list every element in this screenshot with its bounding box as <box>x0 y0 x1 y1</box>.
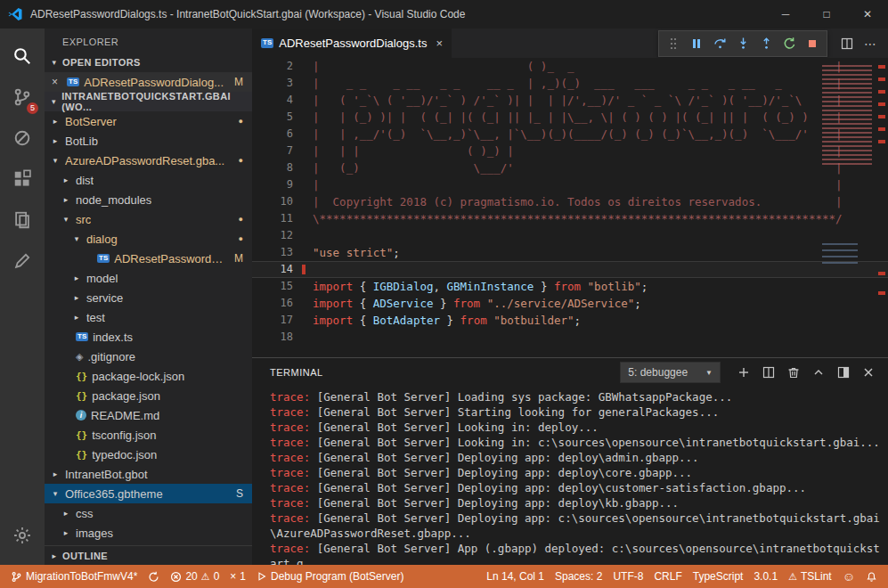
line-number[interactable]: 8 <box>252 159 313 176</box>
tree-item-office365-gbtheme[interactable]: ▾Office365.gbthemeS <box>45 484 252 503</box>
workspace-section-header[interactable]: ▾ INTRANETBOTQUICKSTART.GBAI (WO... <box>45 92 252 111</box>
pause-button[interactable] <box>686 33 707 54</box>
close-button[interactable]: ✕ <box>847 0 888 29</box>
chevron-collapsed-icon[interactable]: ▸ <box>71 313 82 322</box>
code-line-4[interactable]: 4| ( '_`\ ( '__)/'_` ) /'_` )| | | |/',_… <box>252 92 888 109</box>
tab-close-icon[interactable]: × <box>436 37 443 50</box>
chevron-collapsed-icon[interactable]: ▸ <box>61 528 71 537</box>
tree-item-botserver[interactable]: ▸BotServer● <box>45 111 252 131</box>
terminal-output[interactable]: trace: [General Bot Server] Loading sys … <box>252 387 888 565</box>
tree-item-src[interactable]: ▾src● <box>45 209 252 229</box>
line-number[interactable]: 7 <box>252 143 313 159</box>
split-editor-icon[interactable] <box>836 33 858 54</box>
chevron-collapsed-icon[interactable]: ▸ <box>71 293 82 302</box>
line-number[interactable]: 11 <box>252 210 313 227</box>
tree-item-package-json[interactable]: {}package.json <box>45 386 252 405</box>
line-number[interactable]: 4 <box>252 92 313 109</box>
tab-terminal[interactable]: TERMINAL <box>270 367 323 378</box>
code-line-14[interactable]: 14 <box>252 261 888 278</box>
status-ts-version[interactable]: 3.0.1 <box>748 565 783 588</box>
status-encoding[interactable]: UTF-8 <box>607 565 648 588</box>
minimap[interactable] <box>819 58 876 357</box>
maximize-button[interactable]: □ <box>806 0 847 29</box>
step-over-button[interactable] <box>709 33 730 54</box>
settings-gear-icon[interactable] <box>1 515 44 556</box>
edit-icon[interactable] <box>1 241 44 282</box>
new-terminal-icon[interactable] <box>733 362 754 383</box>
title-bar[interactable]: ADResetPasswordDialogs.ts - IntranetBotQ… <box>0 0 888 29</box>
step-out-button[interactable] <box>755 33 777 54</box>
tree-item--gitignore[interactable]: ◈.gitignore <box>45 347 252 366</box>
chevron-collapsed-icon[interactable]: ▸ <box>71 274 82 282</box>
tree-item-typedoc-json[interactable]: {}typedoc.json <box>45 445 252 464</box>
code-line-13[interactable]: 13"use strict"; <box>252 244 888 261</box>
chevron-collapsed-icon[interactable]: ▸ <box>61 509 71 518</box>
open-editor-item[interactable]: × TS ADResetPasswordDialog... M <box>45 72 252 92</box>
code-line-18[interactable]: 18 <box>252 329 888 346</box>
tree-item-service[interactable]: ▸service <box>45 288 252 307</box>
code-line-8[interactable]: 8| (_) \___/' | <box>252 159 888 176</box>
tree-item-tsconfig-json[interactable]: {}tsconfig.json <box>45 425 252 445</box>
code-line-9[interactable]: 9| | <box>252 176 888 193</box>
tree-item-node-modules[interactable]: ▸node_modules <box>45 190 252 209</box>
kill-terminal-trash-icon[interactable] <box>783 362 804 383</box>
tree-item-dist[interactable]: ▸dist <box>45 170 252 190</box>
line-number[interactable]: 12 <box>252 227 313 244</box>
line-number[interactable]: 6 <box>252 126 313 143</box>
code-line-5[interactable]: 5| | (_) )| | ( (_| |( (_| || |_ | |\__,… <box>252 109 888 126</box>
chevron-expanded-icon[interactable]: ▾ <box>50 489 61 498</box>
tree-item-model[interactable]: ▸model <box>45 268 252 288</box>
outline-section-header[interactable]: ▸ OUTLINE <box>45 545 252 565</box>
line-number[interactable]: 18 <box>252 329 313 346</box>
line-number[interactable]: 13 <box>252 244 313 261</box>
move-panel-icon[interactable] <box>833 362 854 383</box>
line-number[interactable]: 14 <box>252 261 313 278</box>
status-line-col[interactable]: Ln 14, Col 1 <box>481 565 550 588</box>
tree-item-test[interactable]: ▸test <box>45 307 252 327</box>
open-editors-header[interactable]: ▾ OPEN EDITORS <box>45 53 252 72</box>
line-number[interactable]: 16 <box>252 295 313 312</box>
code-line-12[interactable]: 12 <box>252 227 888 244</box>
more-actions-icon[interactable]: ⋯ <box>859 33 881 54</box>
close-panel-icon[interactable] <box>858 362 879 383</box>
tree-item-botlib[interactable]: ▸BotLib <box>45 131 252 151</box>
restart-button[interactable] <box>778 33 800 54</box>
line-number[interactable]: 2 <box>252 58 313 75</box>
tree-item-azureadpasswordreset-gba-[interactable]: ▾AzureADPasswordReset.gba...● <box>45 151 252 170</box>
minimize-button[interactable]: ─ <box>765 0 806 29</box>
tree-item-index-ts[interactable]: TSindex.ts <box>45 327 252 347</box>
tree-item-readme-md[interactable]: iREADME.md <box>45 405 252 425</box>
tree-item-adresetpassworddial-[interactable]: TSADResetPasswordDial...M <box>45 249 252 268</box>
code-line-6[interactable]: 6| | ,__/'(_) `\__,_)`\__, |`\__)(_)(___… <box>252 126 888 143</box>
status-tslint[interactable]: ⚠ TSLint <box>783 565 837 588</box>
drag-grip-icon[interactable] <box>663 33 684 54</box>
tab-adresetpassworddialogs[interactable]: TS ADResetPasswordDialogs.ts × <box>252 29 452 58</box>
line-number[interactable]: 17 <box>252 312 313 329</box>
chevron-expanded-icon[interactable]: ▾ <box>50 156 61 165</box>
status-eol[interactable]: CRLF <box>648 565 687 588</box>
status-indentation[interactable]: Spaces: 2 <box>550 565 607 588</box>
debug-icon[interactable] <box>1 118 44 159</box>
code-line-10[interactable]: 10| Copyright 2018 (c) pragmatismo.io. T… <box>252 193 888 210</box>
code-line-3[interactable]: 3| _ _ _ __ _ _ __ _ | ,_)(_) ___ ___ _ … <box>252 75 888 92</box>
extensions-icon[interactable] <box>1 159 44 200</box>
status-problems[interactable]: 20 ⚠ 0 <box>165 565 224 588</box>
tree-item-css[interactable]: ▸css <box>45 503 252 523</box>
tree-item-images[interactable]: ▸images <box>45 523 252 543</box>
code-line-15[interactable]: 15import { IGBDialog, GBMinInstance } fr… <box>252 278 888 295</box>
code-line-7[interactable]: 7| | | ( )_) | | <box>252 143 888 159</box>
status-extra[interactable]: × 1 <box>224 565 251 588</box>
overview-ruler[interactable] <box>876 58 888 357</box>
files-icon[interactable] <box>1 200 44 241</box>
source-control-icon[interactable]: 5 <box>1 77 44 118</box>
line-number[interactable]: 10 <box>252 193 313 210</box>
tree-item-dialog[interactable]: ▾dialog● <box>45 229 252 249</box>
status-debug-target[interactable]: Debug Program (BotServer) <box>251 565 409 588</box>
chevron-expanded-icon[interactable]: ▾ <box>61 215 71 224</box>
tree-item-package-lock-json[interactable]: {}package-lock.json <box>45 366 252 386</box>
chevron-expanded-icon[interactable]: ▾ <box>71 234 82 243</box>
code-line-2[interactable]: 2| ( )_ _ | <box>252 58 888 75</box>
maximize-panel-icon[interactable] <box>808 362 829 383</box>
code-editor[interactable]: 2| ( )_ _ |3| _ _ _ __ _ _ __ _ | ,_)(_)… <box>252 58 888 357</box>
split-terminal-icon[interactable] <box>758 362 779 383</box>
